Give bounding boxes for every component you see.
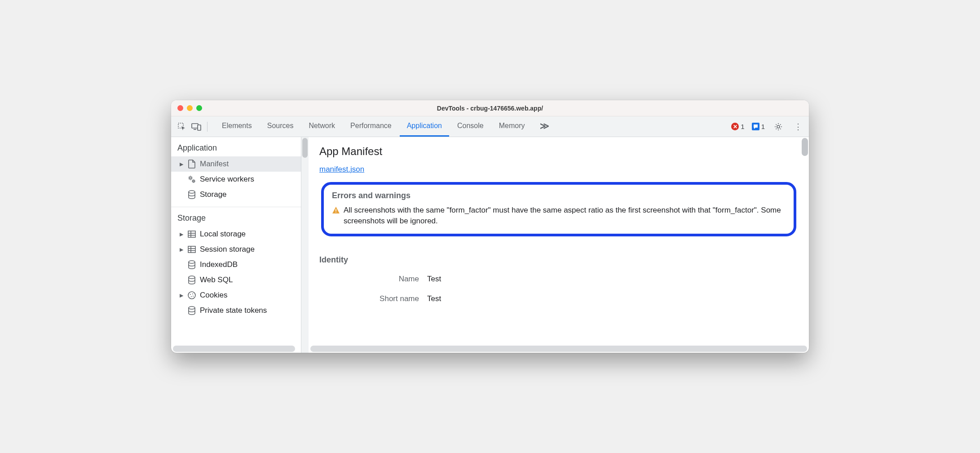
issue-icon xyxy=(752,123,759,130)
svg-point-6 xyxy=(193,180,194,182)
inspect-element-icon[interactable] xyxy=(176,120,188,133)
sidebar-item-indexeddb[interactable]: ▶ IndexedDB xyxy=(171,257,301,272)
svg-rect-1 xyxy=(192,124,198,128)
sidebar-item-manifest[interactable]: ▶ Manifest xyxy=(171,156,301,172)
tab-performance[interactable]: Performance xyxy=(343,116,399,137)
identity-row-name: Name Test xyxy=(319,269,798,289)
svg-point-17 xyxy=(189,276,195,279)
svg-point-23 xyxy=(189,306,195,309)
cookie-icon xyxy=(187,291,196,300)
tab-sources[interactable]: Sources xyxy=(260,116,301,137)
table-icon xyxy=(187,230,196,239)
window-controls xyxy=(171,105,202,111)
svg-point-5 xyxy=(190,177,191,179)
svg-point-19 xyxy=(190,294,191,295)
svg-rect-24 xyxy=(335,209,336,211)
sidebar-item-label: Web SQL xyxy=(200,275,233,284)
more-tabs-button[interactable]: ≫ xyxy=(533,116,556,137)
svg-point-22 xyxy=(193,296,194,297)
identity-key: Name xyxy=(319,275,427,284)
sidebar-item-local-storage[interactable]: ▶ Local storage xyxy=(171,226,301,242)
panel-body: Application ▶ Manifest ▶ Service workers xyxy=(171,137,809,353)
sidebar-item-service-workers[interactable]: ▶ Service workers xyxy=(171,172,301,187)
svg-point-16 xyxy=(189,261,195,263)
sidebar-item-storage[interactable]: ▶ Storage xyxy=(171,187,301,202)
device-toolbar-icon[interactable] xyxy=(190,120,203,133)
svg-rect-25 xyxy=(335,212,336,213)
toolbar-right: ✕ 1 1 ⋮ xyxy=(731,120,804,133)
titlebar: DevTools - crbug-1476656.web.app/ xyxy=(171,100,809,116)
issues-badge[interactable]: 1 xyxy=(752,123,765,130)
database-icon xyxy=(187,260,196,269)
application-sidebar: Application ▶ Manifest ▶ Service workers xyxy=(171,137,301,353)
toolbar-separator xyxy=(207,122,207,132)
sidebar-item-cookies[interactable]: ▶ Cookies xyxy=(171,288,301,303)
sidebar-item-label: Manifest xyxy=(200,160,229,169)
tab-memory[interactable]: Memory xyxy=(492,116,532,137)
sidebar-section-application: Application xyxy=(171,137,301,156)
maximize-window-button[interactable] xyxy=(196,105,202,111)
error-icon: ✕ xyxy=(731,123,739,130)
gears-icon xyxy=(187,175,196,184)
main-content: App Manifest manifest.json Errors and wa… xyxy=(309,137,809,353)
database-icon xyxy=(187,190,196,199)
file-icon xyxy=(187,160,196,169)
svg-rect-3 xyxy=(198,125,201,130)
expand-arrow-icon[interactable]: ▶ xyxy=(179,293,184,298)
sidebar-section-storage: Storage xyxy=(171,207,301,226)
identity-section: Identity Name Test Short name Test xyxy=(319,248,798,309)
sidebar-item-label: Service workers xyxy=(200,175,254,184)
svg-point-20 xyxy=(192,293,193,294)
devtools-window: DevTools - crbug-1476656.web.app/ Elemen… xyxy=(171,100,809,353)
expand-arrow-icon[interactable]: ▶ xyxy=(179,161,184,167)
sidebar-horizontal-scrollbar[interactable] xyxy=(173,346,295,352)
svg-rect-12 xyxy=(188,246,195,253)
sidebar-item-label: Session storage xyxy=(200,245,255,254)
warning-icon xyxy=(332,206,340,214)
more-menu-icon[interactable]: ⋮ xyxy=(792,120,804,133)
svg-point-4 xyxy=(777,125,780,128)
sidebar-item-label: Local storage xyxy=(200,230,246,239)
scrollbar-thumb[interactable] xyxy=(302,138,308,158)
tab-console[interactable]: Console xyxy=(450,116,491,137)
tab-network[interactable]: Network xyxy=(301,116,342,137)
identity-value: Test xyxy=(427,275,441,284)
identity-row-shortname: Short name Test xyxy=(319,289,798,309)
close-window-button[interactable] xyxy=(177,105,183,111)
sidebar-item-label: Storage xyxy=(200,190,227,199)
errors-badge[interactable]: ✕ 1 xyxy=(731,123,744,130)
window-title: DevTools - crbug-1476656.web.app/ xyxy=(171,105,809,112)
main-horizontal-scrollbar[interactable] xyxy=(310,346,807,352)
sidebar-item-label: IndexedDB xyxy=(200,260,238,269)
identity-title: Identity xyxy=(319,255,798,265)
page-title: App Manifest xyxy=(319,145,798,158)
svg-point-18 xyxy=(188,292,195,299)
issues-count: 1 xyxy=(761,123,765,130)
panel-tabs: Elements Sources Network Performance App… xyxy=(215,116,556,137)
database-icon xyxy=(187,306,196,315)
minimize-window-button[interactable] xyxy=(187,105,193,111)
sidebar-item-private-state-tokens[interactable]: ▶ Private state tokens xyxy=(171,303,301,318)
warning-text: All screenshots with the same "form_fact… xyxy=(344,205,786,226)
expand-arrow-icon[interactable]: ▶ xyxy=(179,231,184,237)
svg-rect-8 xyxy=(188,231,195,237)
manifest-link[interactable]: manifest.json xyxy=(319,165,364,173)
errors-warnings-box: Errors and warnings All screenshots with… xyxy=(321,182,796,236)
svg-point-21 xyxy=(191,296,192,297)
tab-elements[interactable]: Elements xyxy=(215,116,259,137)
settings-icon[interactable] xyxy=(772,120,785,133)
identity-key: Short name xyxy=(319,294,427,303)
expand-arrow-icon[interactable]: ▶ xyxy=(179,247,184,253)
main-vertical-scrollbar[interactable] xyxy=(802,138,808,156)
identity-value: Test xyxy=(427,294,441,303)
tab-application[interactable]: Application xyxy=(400,116,449,137)
sidebar-item-websql[interactable]: ▶ Web SQL xyxy=(171,272,301,288)
sidebar-item-session-storage[interactable]: ▶ Session storage xyxy=(171,242,301,257)
sidebar-item-label: Private state tokens xyxy=(200,306,267,315)
table-icon xyxy=(187,245,196,254)
sidebar-item-label: Cookies xyxy=(200,291,227,300)
sidebar-vertical-scrollbar[interactable] xyxy=(301,137,309,353)
database-icon xyxy=(187,275,196,284)
main-toolbar: Elements Sources Network Performance App… xyxy=(171,116,809,137)
errors-title: Errors and warnings xyxy=(332,191,786,200)
